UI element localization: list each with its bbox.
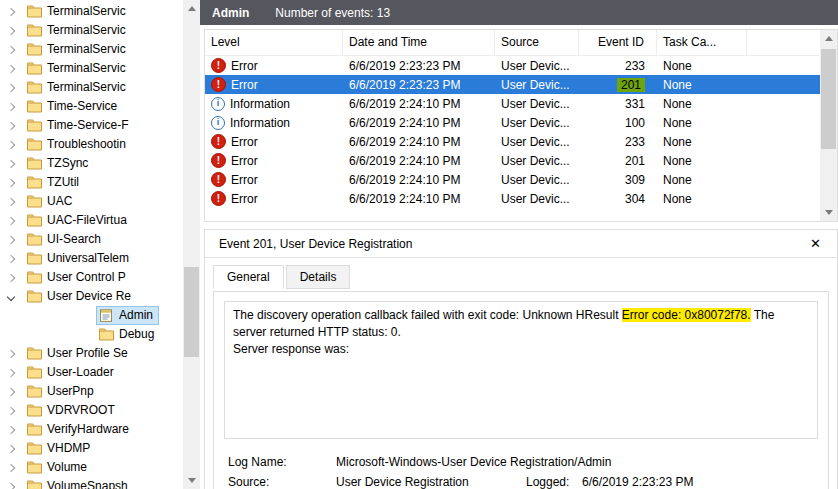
tree-scroll-thumb[interactable] (184, 267, 199, 357)
expand-chevron-icon[interactable] (7, 121, 15, 129)
tree-item[interactable]: TerminalServic (0, 59, 183, 78)
expand-chevron-icon[interactable] (7, 102, 15, 110)
tree-item-inner[interactable]: TerminalServic (24, 40, 132, 59)
tree-item-inner[interactable]: TerminalServic (24, 2, 132, 21)
expand-chevron-icon[interactable] (7, 387, 15, 395)
expand-chevron-icon[interactable] (7, 7, 15, 15)
table-row[interactable]: Error 6/6/2019 2:24:10 PM User Devic... … (205, 170, 820, 189)
table-scroll-track[interactable] (820, 47, 837, 204)
table-scroll-thumb[interactable] (821, 49, 836, 149)
expand-chevron-icon[interactable] (7, 463, 15, 471)
tree-item-inner[interactable]: VDRVROOT (24, 401, 121, 420)
event-description-box[interactable]: The discovery operation callback failed … (224, 301, 818, 439)
table-row[interactable]: Information 6/6/2019 2:24:10 PM User Dev… (205, 94, 820, 113)
tab-details[interactable]: Details (286, 265, 351, 289)
tree-item[interactable]: TerminalServic (0, 21, 183, 40)
tree-scroll-track[interactable] (183, 17, 200, 472)
tree-item[interactable]: VDRVROOT (0, 401, 183, 420)
tree-item-inner[interactable]: TZUtil (24, 173, 85, 192)
table-row[interactable]: Error 6/6/2019 2:24:10 PM User Devic... … (205, 151, 820, 170)
tree-item[interactable]: Debug (0, 325, 183, 344)
tree-item-inner[interactable]: Time-Service-F (24, 116, 135, 135)
tree-item[interactable]: Time-Service (0, 97, 183, 116)
expand-chevron-icon[interactable] (7, 273, 15, 281)
tree-item-inner[interactable]: Time-Service (24, 97, 123, 116)
tree-item[interactable]: TerminalServic (0, 2, 183, 21)
tree-item-inner[interactable]: TerminalServic (24, 59, 132, 78)
tree-item-inner[interactable]: VHDMP (24, 439, 96, 458)
tree-item[interactable]: TerminalServic (0, 40, 183, 59)
tree-item[interactable]: UserPnp (0, 382, 183, 401)
expand-chevron-icon[interactable] (7, 254, 15, 262)
tree-item[interactable]: User Device Re (0, 287, 183, 306)
tree-item[interactable]: TerminalServic (0, 78, 183, 97)
tree-item-inner[interactable]: Admin (96, 306, 159, 325)
tree-item[interactable]: TZSync (0, 154, 183, 173)
column-header-task-category[interactable]: Task Ca... (657, 30, 747, 55)
tree-item[interactable]: TZUtil (0, 173, 183, 192)
table-row[interactable]: Error 6/6/2019 2:24:10 PM User Devic... … (205, 189, 820, 208)
tree-item-inner[interactable]: UserPnp (24, 382, 100, 401)
table-row[interactable]: Error 6/6/2019 2:24:10 PM User Devic... … (205, 132, 820, 151)
tree-item[interactable]: UniversalTelem (0, 249, 183, 268)
tree-item-inner[interactable]: TerminalServic (24, 78, 132, 97)
tree-scroll-down-button[interactable] (183, 472, 200, 489)
tree-item-inner[interactable]: Troubleshootin (24, 135, 132, 154)
expand-chevron-icon[interactable] (7, 197, 15, 205)
expand-chevron-icon[interactable] (7, 178, 15, 186)
tree-item-inner[interactable]: VerifyHardware (24, 420, 135, 439)
table-row[interactable]: Error 6/6/2019 2:23:23 PM User Devic... … (205, 75, 820, 94)
column-header-date[interactable]: Date and Time (343, 30, 495, 55)
tree-item[interactable]: VolumeSnapsh (0, 477, 183, 489)
expand-chevron-icon[interactable] (7, 26, 15, 34)
expand-chevron-icon[interactable] (7, 425, 15, 433)
tree-item[interactable]: Time-Service-F (0, 116, 183, 135)
tree-scroll-up-button[interactable] (183, 0, 200, 17)
tree-item[interactable]: User-Loader (0, 363, 183, 382)
table-scrollbar[interactable] (820, 30, 837, 221)
expand-chevron-icon[interactable] (7, 159, 15, 167)
tree-item-inner[interactable]: UniversalTelem (24, 249, 135, 268)
tree-item-inner[interactable]: TZSync (24, 154, 94, 173)
table-row[interactable]: Information 6/6/2019 2:24:10 PM User Dev… (205, 113, 820, 132)
expand-chevron-icon[interactable] (7, 482, 15, 489)
tree-item[interactable]: Admin (0, 306, 183, 325)
tree-item[interactable]: UI-Search (0, 230, 183, 249)
expand-chevron-icon[interactable] (7, 368, 15, 376)
tree-item-inner[interactable]: User Control P (24, 268, 132, 287)
expand-chevron-icon[interactable] (7, 216, 15, 224)
column-header-event-id[interactable]: Event ID (579, 30, 657, 55)
tree-item-inner[interactable]: VolumeSnapsh (24, 477, 134, 489)
tree-item-inner[interactable]: UAC (24, 192, 78, 211)
expand-chevron-icon[interactable] (7, 45, 15, 53)
tree-item[interactable]: Volume (0, 458, 183, 477)
table-row[interactable]: Error 6/6/2019 2:23:23 PM User Devic... … (205, 56, 820, 75)
tree-item-inner[interactable]: User Device Re (24, 287, 137, 306)
column-header-source[interactable]: Source (495, 30, 579, 55)
expand-chevron-icon[interactable] (7, 140, 15, 148)
tree-item[interactable]: UAC-FileVirtua (0, 211, 183, 230)
tree-item-inner[interactable]: Debug (96, 325, 160, 344)
tab-general[interactable]: General (213, 265, 284, 289)
expand-chevron-icon[interactable] (7, 349, 15, 357)
expand-chevron-icon[interactable] (7, 406, 15, 414)
tree-item[interactable]: User Profile Se (0, 344, 183, 363)
tree-item[interactable]: VerifyHardware (0, 420, 183, 439)
expand-chevron-icon[interactable] (7, 292, 15, 300)
tree-item[interactable]: UAC (0, 192, 183, 211)
tree-item-inner[interactable]: UI-Search (24, 230, 107, 249)
tree-item-inner[interactable]: TerminalServic (24, 21, 132, 40)
expand-chevron-icon[interactable] (7, 444, 15, 452)
table-scroll-up-button[interactable] (820, 30, 837, 47)
expand-chevron-icon[interactable] (7, 83, 15, 91)
expand-chevron-icon[interactable] (7, 64, 15, 72)
column-header-level[interactable]: Level (205, 30, 343, 55)
tree-item[interactable]: Troubleshootin (0, 135, 183, 154)
table-scroll-down-button[interactable] (820, 204, 837, 221)
tree-item-inner[interactable]: User Profile Se (24, 344, 134, 363)
expand-chevron-icon[interactable] (7, 235, 15, 243)
tree-scrollbar[interactable] (183, 0, 200, 489)
tree-item-inner[interactable]: User-Loader (24, 363, 120, 382)
tree-item[interactable]: User Control P (0, 268, 183, 287)
tree-item-inner[interactable]: Volume (24, 458, 93, 477)
